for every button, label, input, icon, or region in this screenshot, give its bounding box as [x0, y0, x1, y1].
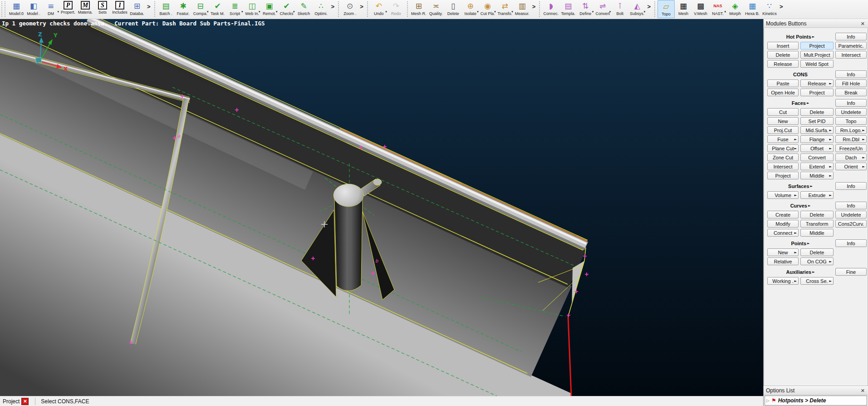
button-auxiliaries-cross-se[interactable]: Cross Se.► — [800, 277, 834, 285]
button-auxiliaries-working[interactable]: Working .► — [767, 277, 799, 285]
button-faces-project[interactable]: Project — [767, 172, 799, 179]
button-auxiliaries-fine[interactable]: Fine — [835, 268, 867, 276]
button-hot-points-intersect[interactable]: Intersect — [835, 51, 867, 59]
button-faces-new[interactable]: New — [767, 117, 799, 125]
toolbar-button-undo[interactable]: ↶Undo▾ — [370, 0, 387, 18]
options-list-item[interactable]: ▷ ⚑ Hotpoints > Delete — [765, 396, 867, 406]
toolbar-button-checks[interactable]: ✔Checks▾ — [278, 0, 295, 18]
toolbar-button-featur[interactable]: ✱Featur. — [175, 0, 192, 18]
toolbar-button-transfo[interactable]: ⇄Transfo.▾ — [496, 0, 514, 18]
dropdown-caret-icon[interactable]: ▾ — [494, 10, 496, 14]
toolbar-overflow-chevron-icon[interactable]: > — [330, 0, 336, 15]
dropdown-caret-icon[interactable]: ▾ — [609, 10, 611, 14]
toolbar-button-optimi[interactable]: ∴Optimi. — [313, 0, 330, 18]
button-faces-extend[interactable]: Extend► — [800, 163, 834, 170]
button-faces-rm-logo[interactable]: Rm.Logo.► — [835, 126, 867, 134]
section-header-faces[interactable]: Faces► — [767, 99, 834, 107]
button-curves-middle[interactable]: Middle — [800, 229, 834, 237]
toolbar-button-sets[interactable]: SSets — [94, 0, 111, 18]
button-curves-create[interactable]: Create — [767, 211, 799, 218]
toolbar-drag-handle[interactable] — [1, 1, 5, 17]
button-cons-open-hole[interactable]: Open Hole — [767, 89, 799, 96]
section-header-cons[interactable]: CONS — [767, 70, 834, 78]
button-faces-offset[interactable]: Offset► — [800, 144, 834, 152]
toolbar-button-redo[interactable]: ↷Redo — [387, 0, 405, 18]
button-faces-freeze-un[interactable]: Freeze/Un — [835, 144, 867, 152]
button-curves-info[interactable]: Info — [835, 202, 867, 209]
dropdown-caret-icon[interactable]: ▾ — [385, 10, 387, 14]
toolbar-button-mesh[interactable]: ▦Mesh — [675, 0, 692, 18]
button-cons-fill-hole[interactable]: Fill Hole — [835, 79, 867, 87]
viewport-canvas[interactable]: a b Z Y X — [0, 19, 763, 396]
button-faces-rm-dbl[interactable]: Rm.Dbl► — [835, 135, 867, 143]
dropdown-caret-icon[interactable]: ▾ — [724, 10, 726, 14]
button-surfaces-extrude[interactable]: Extrude► — [800, 191, 834, 199]
button-faces-dach[interactable]: Dach► — [835, 153, 867, 161]
button-faces-set-pid[interactable]: Set PID — [800, 117, 834, 125]
toolbar-button-delete[interactable]: ▯Delete — [445, 0, 462, 18]
button-hot-points-insert[interactable]: Insert — [767, 42, 799, 50]
modules-panel-close-icon[interactable]: ✕ — [860, 21, 866, 27]
button-faces-convert[interactable]: Convert — [800, 153, 834, 161]
toolbar-button-sketch[interactable]: ✎Sketch — [295, 0, 313, 18]
toolbar-button-cut-pla[interactable]: ◉Cut Pla.▾ — [479, 0, 496, 18]
button-cons-break[interactable]: Break — [835, 89, 867, 96]
button-cons-info[interactable]: Info — [835, 70, 867, 78]
button-points-relative[interactable]: Relative — [767, 257, 799, 265]
dropdown-caret-icon[interactable]: ▾ — [241, 10, 243, 14]
toolbar-button-morph[interactable]: ◈Morph — [726, 0, 744, 18]
dropdown-caret-icon[interactable]: ▾ — [511, 10, 513, 14]
toolbar-button-zoom[interactable]: ⊙Zoom . — [341, 0, 358, 18]
button-curves-modify[interactable]: Modify — [767, 220, 799, 228]
button-faces-flange[interactable]: Flange► — [800, 135, 834, 143]
button-hot-points-info[interactable]: Info — [835, 33, 867, 40]
section-header-curves[interactable]: Curves► — [767, 202, 834, 209]
dropdown-caret-icon[interactable]: ▾ — [259, 10, 260, 14]
button-surfaces-volume[interactable]: Volume► — [767, 191, 799, 199]
button-hot-points-project[interactable]: Project — [800, 42, 834, 50]
toolbar-button-task-m[interactable]: ✔Task M. — [209, 0, 226, 18]
button-points-delete[interactable]: Delete — [800, 248, 834, 256]
project-close-icon[interactable]: ✕ — [21, 398, 29, 405]
dropdown-caret-icon[interactable]: ▾ — [276, 10, 278, 14]
toolbar-overflow-chevron-icon[interactable]: > — [531, 0, 537, 15]
button-points-new[interactable]: New► — [767, 248, 799, 256]
button-faces-proj-cut[interactable]: Proj.Cut — [767, 126, 799, 134]
toolbar-button-nast[interactable]: NASNAST.▾ — [709, 0, 726, 18]
toolbar-button-model-0[interactable]: ▦Model:0 — [8, 0, 25, 18]
toolbar-button-topo[interactable]: ▱Topo — [657, 0, 675, 18]
toolbar-button-materia[interactable]: MMateria. — [77, 0, 94, 18]
button-curves-cons2curv[interactable]: Cons2Curv. — [835, 220, 867, 228]
toolbar-overflow-chevron-icon[interactable]: > — [778, 0, 785, 15]
toolbar-button-databa[interactable]: ⊞Databa. — [128, 0, 146, 18]
toolbar-button-measur[interactable]: ▥Measur. — [514, 0, 531, 18]
section-header-auxiliaries[interactable]: Auxiliaries► — [767, 268, 834, 276]
section-header-surfaces[interactable]: Surfaces► — [767, 182, 834, 190]
toolbar-button-remot[interactable]: ▣Remot.▾ — [261, 0, 278, 18]
button-faces-fuse[interactable]: Fuse► — [767, 135, 799, 143]
button-faces-mid-surfa[interactable]: Mid.Surfa.► — [800, 126, 834, 134]
button-curves-undelete[interactable]: Undelete — [835, 211, 867, 218]
toolbar-button-dm[interactable]: ≡DM▾ — [42, 0, 59, 18]
toolbar-button-model[interactable]: ◧Model . — [25, 0, 42, 18]
toolbar-button-compa[interactable]: ⊟Compa.▾ — [192, 0, 209, 18]
toolbar-button-script[interactable]: ≣Script▾ — [226, 0, 244, 18]
toolbar-button-isolate[interactable]: ⊕Isolate▾ — [462, 0, 479, 18]
dropdown-caret-icon[interactable]: ▾ — [644, 10, 646, 14]
toolbar-button-templa[interactable]: ▤Templa. — [559, 0, 577, 18]
button-points-on-cog[interactable]: On COG► — [800, 257, 834, 265]
button-hot-points-mult-project[interactable]: Mult.Project — [800, 51, 834, 59]
toolbar-button-bolt[interactable]: ⊺Bolt — [611, 0, 628, 18]
toolbar-button-mesh-r[interactable]: ⊞Mesh R. — [410, 0, 427, 18]
toolbar-button-includes[interactable]: IIncludes — [111, 0, 128, 18]
button-faces-plane-cut[interactable]: Plane Cut► — [767, 144, 799, 152]
button-curves-transform[interactable]: Transform — [800, 220, 834, 228]
dropdown-caret-icon[interactable]: ▾ — [57, 10, 59, 14]
toolbar-button-web-in[interactable]: ◫Web In.▾ — [244, 0, 261, 18]
button-points-info[interactable]: Info — [835, 239, 867, 247]
button-cons-paste[interactable]: Paste — [767, 79, 799, 87]
button-hot-points-parametric[interactable]: Parametric. — [835, 42, 867, 50]
button-curves-delete[interactable]: Delete — [800, 211, 834, 218]
button-surfaces-info[interactable]: Info — [835, 182, 867, 190]
dropdown-caret-icon[interactable]: ▾ — [592, 10, 594, 14]
